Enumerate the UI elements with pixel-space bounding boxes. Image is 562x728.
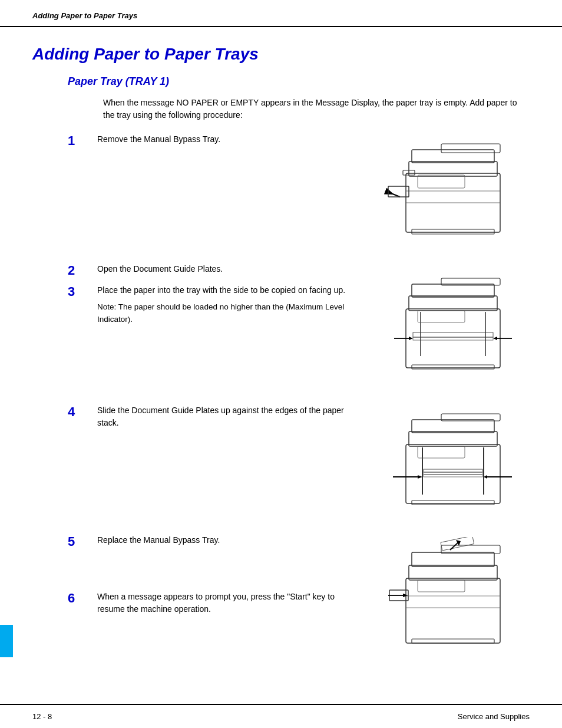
steps-56-text: 5 Replace the Manual Bypass Tray. 6 When… [32, 534, 376, 619]
svg-marker-36 [418, 475, 422, 479]
step-image-56 [376, 534, 530, 664]
svg-rect-32 [424, 475, 482, 477]
svg-rect-17 [413, 337, 493, 340]
step-number-4: 4 [68, 404, 97, 420]
intro-paragraph: When the message NO PAPER or EMPTY appea… [103, 97, 530, 121]
section-title: Paper Tray (TRAY 1) [68, 75, 530, 88]
svg-rect-2 [412, 150, 494, 163]
printer-illustration-23 [382, 274, 524, 383]
svg-rect-52 [412, 639, 494, 643]
page-header: Adding Paper to Paper Trays [0, 0, 562, 27]
svg-rect-16 [413, 332, 493, 337]
svg-rect-9 [441, 144, 500, 153]
svg-rect-31 [424, 472, 482, 475]
step-text-1: Remove the Manual Bypass Tray. [97, 133, 365, 146]
page-wrapper: Adding Paper to Paper Trays Adding Paper… [0, 0, 562, 728]
svg-rect-6 [412, 229, 494, 234]
svg-rect-51 [418, 580, 465, 592]
svg-rect-39 [418, 446, 465, 458]
step-number-1: 1 [68, 133, 97, 149]
svg-rect-43 [412, 552, 494, 566]
steps-23-wrapper: 2 Open the Document Guide Plates. 3 Plac… [32, 263, 530, 393]
header-text: Adding Paper to Paper Trays [32, 11, 137, 20]
step-row-2: 2 Open the Document Guide Plates. [32, 263, 376, 278]
svg-rect-14 [412, 284, 494, 297]
step-number-2: 2 [68, 263, 97, 278]
steps-56-wrapper: 5 Replace the Manual Bypass Tray. 6 When… [32, 534, 530, 664]
side-bookmark [0, 625, 13, 657]
svg-rect-41 [406, 578, 500, 643]
step-row-3: 3 Place the paper into the tray with the… [32, 284, 376, 325]
steps-area: 1 Remove the Manual Bypass Tray. [32, 133, 530, 664]
step-note-3: Note: The paper should be loaded no high… [97, 301, 359, 325]
step-image-23 [376, 263, 530, 393]
printer-illustration-1 [382, 138, 524, 247]
svg-rect-25 [412, 365, 494, 369]
svg-rect-30 [424, 469, 482, 472]
svg-marker-21 [409, 337, 413, 340]
svg-rect-1 [409, 162, 497, 176]
step-number-3: 3 [68, 284, 97, 299]
step-row-1: 1 Remove the Manual Bypass Tray. [32, 133, 530, 251]
step-image-1 [376, 133, 530, 251]
steps-23-text: 2 Open the Document Guide Plates. 3 Plac… [32, 263, 376, 329]
step-image-4 [376, 404, 530, 522]
step-text-6: When a message appears to prompt you, pr… [97, 591, 365, 615]
step-number-5: 5 [68, 534, 97, 549]
printer-illustration-56 [382, 537, 524, 661]
footer-page-number: 12 - 8 [32, 712, 52, 721]
step-text-2: Open the Document Guide Plates. [97, 263, 365, 275]
svg-line-7 [385, 191, 400, 197]
page-footer: 12 - 8 Service and Supplies [0, 704, 562, 728]
step-text-5: Replace the Manual Bypass Tray. [97, 534, 365, 546]
main-content: Adding Paper to Paper Trays Paper Tray (… [0, 27, 562, 699]
svg-rect-28 [412, 420, 494, 433]
step-row-4: 4 Slide the Document Guide Plates up aga… [32, 404, 530, 522]
svg-rect-12 [406, 309, 500, 368]
step-row-6: 6 When a message appears to prompt you, … [32, 591, 376, 615]
svg-rect-40 [412, 500, 494, 505]
page-title: Adding Paper to Paper Trays [32, 45, 530, 64]
svg-marker-23 [493, 337, 497, 340]
step-row-5: 5 Replace the Manual Bypass Tray. [32, 534, 376, 549]
step-text-3: Place the paper into the tray with the s… [97, 284, 365, 325]
svg-rect-24 [418, 311, 465, 322]
printer-illustration-4 [382, 409, 524, 518]
svg-rect-10 [418, 175, 465, 188]
step-number-6: 6 [68, 591, 97, 606]
svg-rect-26 [406, 444, 500, 503]
step-text-4: Slide the Document Guide Plates up again… [97, 404, 365, 429]
footer-section: Service and Supplies [458, 712, 530, 721]
